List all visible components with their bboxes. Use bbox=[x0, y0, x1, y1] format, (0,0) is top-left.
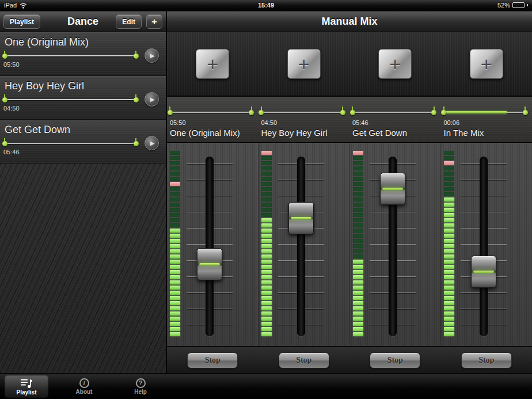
playlist-item[interactable]: Get Get Down 05:46 ▶ bbox=[0, 120, 166, 164]
add-row: + + + + bbox=[167, 32, 532, 97]
slider-progress bbox=[444, 111, 507, 113]
playlist-items: One (Original Mix) 05:50 ▶ Hey Boy Hey G… bbox=[0, 32, 166, 164]
playlist-back-button[interactable]: Playlist bbox=[3, 14, 40, 29]
slider-track bbox=[170, 112, 252, 113]
stop-button[interactable]: Stop bbox=[187, 352, 238, 368]
deck-track-name: Get Get Down bbox=[352, 128, 441, 138]
track-title: One (Original Mix) bbox=[5, 36, 89, 48]
level-meter bbox=[444, 151, 454, 337]
play-icon: ▶ bbox=[145, 49, 158, 62]
add-song-button[interactable]: + bbox=[146, 14, 162, 29]
status-bar: iPad 15:49 52% bbox=[0, 0, 532, 12]
tab-about[interactable]: i About bbox=[62, 375, 106, 398]
playlist-icon bbox=[20, 378, 33, 389]
deck-position-slider[interactable] bbox=[444, 109, 526, 115]
slider-handle-left[interactable] bbox=[441, 110, 446, 115]
volume-fader[interactable] bbox=[380, 173, 405, 205]
play-button[interactable]: ▶ bbox=[145, 136, 159, 150]
help-icon: ? bbox=[136, 378, 146, 388]
trim-slider[interactable] bbox=[5, 53, 136, 59]
slider-handle-right[interactable] bbox=[249, 110, 254, 115]
battery-tip bbox=[527, 4, 528, 6]
slider-handle-right[interactable] bbox=[134, 97, 139, 102]
deck-position-slider[interactable] bbox=[170, 109, 252, 115]
mix-nav-bar: Manual Mix bbox=[167, 12, 532, 32]
stop-button[interactable]: Stop bbox=[461, 352, 512, 368]
trim-slider[interactable] bbox=[5, 140, 136, 146]
slider-track bbox=[352, 112, 434, 113]
add-track-button[interactable]: + bbox=[287, 49, 321, 79]
deck-time: 05:46 bbox=[352, 119, 441, 126]
battery-percent: 52% bbox=[497, 2, 510, 9]
slider-handle-left[interactable] bbox=[259, 110, 264, 115]
tab-playlist[interactable]: Playlist bbox=[5, 375, 48, 398]
fader-grip-line bbox=[473, 271, 494, 273]
fader-grip-line bbox=[291, 217, 311, 219]
slider-track bbox=[5, 143, 136, 144]
slider-handle-right[interactable] bbox=[134, 54, 139, 59]
deck-position-slider[interactable] bbox=[261, 109, 343, 115]
mixer-channel bbox=[441, 143, 532, 346]
playlist-item[interactable]: One (Original Mix) 05:50 ▶ bbox=[0, 32, 166, 76]
tab-help[interactable]: ? Help bbox=[119, 375, 162, 398]
track-duration: 05:46 bbox=[3, 149, 20, 155]
add-track-button[interactable]: + bbox=[196, 49, 229, 79]
play-button[interactable]: ▶ bbox=[145, 48, 159, 63]
app-screen: iPad 15:49 52% Dance Playlist Edit + Man… bbox=[0, 0, 532, 399]
mixer-row bbox=[167, 143, 532, 346]
battery-icon bbox=[512, 2, 525, 8]
volume-fader[interactable] bbox=[197, 248, 222, 280]
clock: 15:49 bbox=[0, 2, 532, 9]
slider-handle-left[interactable] bbox=[2, 97, 7, 102]
track-title: Hey Boy Hey Girl bbox=[5, 80, 84, 92]
page-title: Manual Mix bbox=[167, 16, 532, 28]
slider-handle-left[interactable] bbox=[350, 110, 355, 115]
slider-track bbox=[261, 112, 343, 113]
stop-button[interactable]: Stop bbox=[279, 352, 329, 368]
volume-fader[interactable] bbox=[471, 256, 496, 288]
playlist-empty-area bbox=[0, 164, 166, 373]
deck-slot: + bbox=[441, 32, 532, 96]
slider-track bbox=[5, 55, 136, 56]
track-title: Get Get Down bbox=[5, 124, 70, 136]
add-track-button[interactable]: + bbox=[378, 49, 412, 79]
deck-time: 05:50 bbox=[170, 119, 259, 126]
slider-handle-right[interactable] bbox=[134, 141, 139, 146]
slider-handle-left[interactable] bbox=[2, 141, 7, 146]
fader-track bbox=[480, 157, 488, 336]
deck-time: 00:06 bbox=[444, 119, 532, 126]
level-meter bbox=[170, 151, 180, 337]
edit-button[interactable]: Edit bbox=[116, 14, 142, 29]
deck-stop-slot: Stop bbox=[259, 347, 350, 373]
slider-handle-left[interactable] bbox=[168, 110, 173, 115]
slider-handle-right[interactable] bbox=[340, 110, 345, 115]
stop-button[interactable]: Stop bbox=[370, 352, 420, 368]
track-row: 05:50 One (Original Mix) 04:50 Hey Boy H… bbox=[167, 97, 532, 143]
slider-handle-right[interactable] bbox=[431, 110, 436, 115]
trim-slider[interactable] bbox=[5, 97, 136, 102]
deck-stop-slot: Stop bbox=[441, 347, 532, 373]
slider-handle-left[interactable] bbox=[2, 54, 7, 59]
tab-label-help: Help bbox=[134, 389, 147, 395]
deck-track-name: In The Mix bbox=[444, 128, 532, 138]
deck-time: 04:50 bbox=[261, 119, 350, 126]
playlist-item[interactable]: Hey Boy Hey Girl 04:50 ▶ bbox=[0, 76, 166, 120]
info-icon: i bbox=[79, 378, 89, 388]
fader-track bbox=[297, 157, 305, 336]
tab-label-playlist: Playlist bbox=[16, 389, 36, 396]
add-track-button[interactable]: + bbox=[470, 49, 503, 79]
deck-track-info: 00:06 In The Mix bbox=[441, 97, 532, 142]
playlist-nav-bar: Dance Playlist Edit + bbox=[0, 12, 167, 32]
volume-fader[interactable] bbox=[288, 202, 314, 234]
fader-track bbox=[206, 157, 214, 336]
level-meter bbox=[353, 151, 363, 337]
track-duration: 04:50 bbox=[3, 105, 20, 112]
play-button[interactable]: ▶ bbox=[145, 92, 159, 107]
deck-stop-slot: Stop bbox=[167, 347, 259, 373]
tab-bar: Playlist i About ? Help bbox=[0, 373, 532, 399]
play-icon: ▶ bbox=[145, 136, 158, 150]
slider-handle-right[interactable] bbox=[523, 110, 528, 115]
play-icon: ▶ bbox=[145, 93, 158, 106]
deck-position-slider[interactable] bbox=[352, 109, 434, 115]
playlist-panel: One (Original Mix) 05:50 ▶ Hey Boy Hey G… bbox=[0, 32, 167, 373]
